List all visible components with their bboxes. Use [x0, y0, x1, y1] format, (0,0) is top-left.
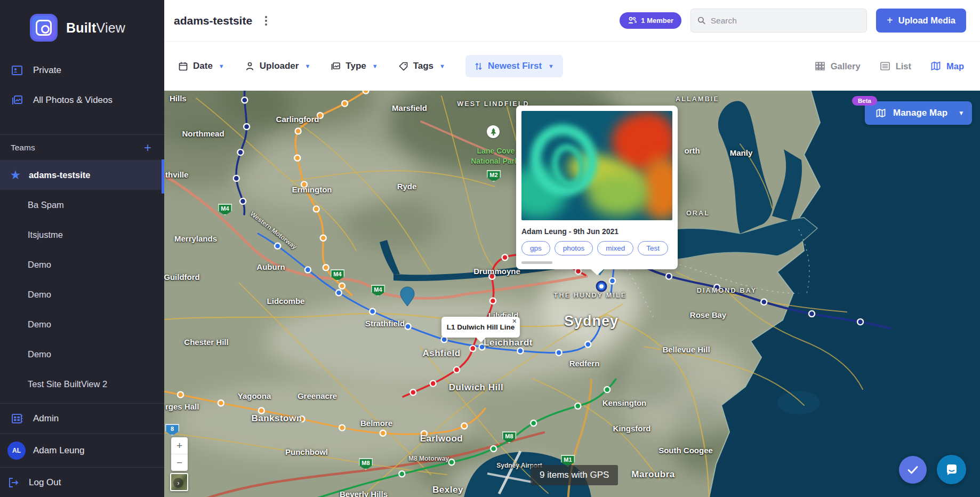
sidebar-team-item[interactable]: ★adams-testsite — [0, 160, 164, 190]
manage-map-button[interactable]: Manage Map ▼ — [865, 101, 972, 125]
member-count-label: 1 Member — [641, 17, 673, 25]
sort-arrows-icon — [475, 62, 483, 71]
map-icon — [930, 61, 941, 71]
builtview-logo-icon — [30, 14, 58, 42]
sidebar-item-private[interactable]: Private — [0, 55, 164, 85]
popup-tags: gpsphotosmixedTestrefresh — [521, 241, 672, 255]
zoom-in-button[interactable]: + — [171, 437, 188, 454]
main-panel: adams-testsite 1 Member + Upload Media D — [164, 0, 980, 497]
chat-bubble-icon — [944, 462, 959, 477]
view-label: Gallery — [831, 61, 861, 71]
teams-header: Teams + — [0, 135, 164, 160]
sidebar-item-logout[interactable]: Log Out — [0, 468, 164, 497]
view-label: List — [896, 61, 911, 71]
close-icon[interactable]: × — [512, 317, 517, 325]
popup-pointer — [590, 269, 604, 275]
zoom-out-button[interactable]: − — [171, 454, 188, 471]
app-window: BuiltView Private All Photos & Videos Te… — [0, 0, 980, 497]
expand-arrow-icon: › — [173, 478, 183, 488]
beta-badge: Beta — [852, 96, 877, 106]
filter-label: Tags — [413, 61, 433, 71]
filter-type-button[interactable]: Type ▼ — [331, 61, 377, 71]
filter-tags-button[interactable]: Tags ▼ — [398, 61, 445, 71]
star-icon: ★ — [11, 169, 20, 181]
chevron-down-icon: ▼ — [304, 63, 310, 69]
sort-button[interactable]: Newest First ▼ — [465, 55, 563, 77]
popup-tags-scrollbar[interactable] — [521, 261, 672, 264]
filter-items: Date ▼ Uploader ▼ Type ▼ Tags ▼ — [178, 61, 465, 71]
search-input[interactable] — [711, 16, 860, 26]
manage-map: Manage Map ▼ Beta — [865, 101, 972, 125]
brand-name: BuiltView — [66, 20, 125, 36]
team-label: Demo — [28, 319, 51, 330]
media-icon — [331, 61, 341, 71]
sidebar-item-label: Private — [33, 65, 61, 76]
line-tooltip-label: L1 Dulwich Hill Line — [447, 323, 515, 331]
sidebar-item-admin[interactable]: Admin — [0, 404, 164, 434]
map-icon — [875, 108, 886, 118]
sidebar-team-item[interactable]: Test Site BuiltView 2 — [0, 369, 164, 399]
team-label: Itsjustme — [28, 230, 63, 240]
tag-pill[interactable]: photos — [555, 241, 593, 255]
list-icon — [880, 61, 890, 71]
sidebar: BuiltView Private All Photos & Videos Te… — [0, 0, 164, 497]
tag-pill[interactable]: Test — [638, 241, 668, 255]
view-toggle-map[interactable]: Map — [930, 61, 964, 71]
tag-pill[interactable]: gps — [521, 241, 550, 255]
user-name: Adam Leung — [33, 445, 84, 456]
map-canvas[interactable]: HillsCarlingfordMarsfieldWEST LINDFIELDA… — [164, 91, 980, 497]
view-toggle-list[interactable]: List — [880, 61, 911, 71]
tag-pill[interactable]: mixed — [597, 241, 633, 255]
media-thumbnail[interactable] — [521, 111, 672, 220]
sidebar-team-item[interactable]: Ba Spam — [0, 190, 164, 220]
filter-label: Type — [346, 61, 366, 71]
members-icon — [628, 17, 637, 25]
avatar: AL — [7, 442, 26, 460]
page-title: adams-testsite — [174, 14, 252, 27]
photos-icon — [11, 94, 23, 107]
admin-grid-icon — [11, 412, 23, 425]
view-toggle-gallery[interactable]: Gallery — [815, 61, 861, 71]
team-label: adams-testsite — [29, 170, 91, 180]
search-icon — [697, 16, 706, 25]
popup-caption: Adam Leung - 9th Jun 2021 — [521, 227, 672, 236]
title-menu-kebab-icon[interactable] — [263, 14, 269, 28]
filter-label: Uploader — [260, 61, 299, 71]
intercom-chat-button[interactable] — [937, 455, 966, 484]
tag-icon — [398, 61, 408, 71]
team-label: Demo — [28, 260, 51, 270]
teams-label: Teams — [11, 143, 35, 153]
sidebar-item-label: Log Out — [29, 477, 61, 488]
filter-date-button[interactable]: Date ▼ — [178, 61, 224, 71]
confirm-fab-button[interactable] — [899, 456, 927, 484]
person-icon — [245, 61, 255, 71]
brand-logo: BuiltView — [0, 0, 164, 55]
sidebar-team-item[interactable]: Demo — [0, 250, 164, 279]
chevron-down-icon: ▼ — [439, 63, 445, 69]
member-count-badge[interactable]: 1 Member — [620, 12, 681, 29]
add-team-button[interactable]: + — [144, 141, 151, 154]
upload-media-button[interactable]: + Upload Media — [876, 9, 966, 33]
team-list: ★adams-testsiteBa SpamItsjustmeDemoDemoD… — [0, 160, 164, 399]
logout-icon — [7, 476, 20, 489]
view-toggle: Gallery List Map — [815, 61, 964, 71]
team-label: Demo — [28, 290, 51, 300]
upload-label: Upload Media — [898, 15, 955, 26]
id-card-icon — [11, 64, 23, 77]
sidebar-user[interactable]: AL Adam Leung — [0, 434, 164, 467]
search-box — [690, 9, 867, 33]
check-icon — [907, 465, 919, 475]
filter-uploader-button[interactable]: Uploader ▼ — [245, 61, 311, 71]
media-popup[interactable]: Adam Leung - 9th Jun 2021 gpsphotosmixed… — [516, 106, 678, 269]
sidebar-team-item[interactable]: Itsjustme — [0, 220, 164, 250]
view-label: Map — [946, 61, 964, 71]
sidebar-team-item[interactable]: Demo — [0, 339, 164, 369]
sidebar-team-item[interactable]: Demo — [0, 309, 164, 339]
chevron-down-icon: ▼ — [219, 63, 224, 69]
gps-status-badge: 9 items with GPS — [531, 465, 618, 485]
sidebar-item-all-photos[interactable]: All Photos & Videos — [0, 85, 164, 115]
sidebar-team-item[interactable]: Demo — [0, 279, 164, 309]
map-layer-switcher[interactable]: › — [170, 473, 188, 491]
plus-icon: + — [887, 14, 893, 27]
chevron-down-icon[interactable]: ▼ — [958, 109, 965, 117]
